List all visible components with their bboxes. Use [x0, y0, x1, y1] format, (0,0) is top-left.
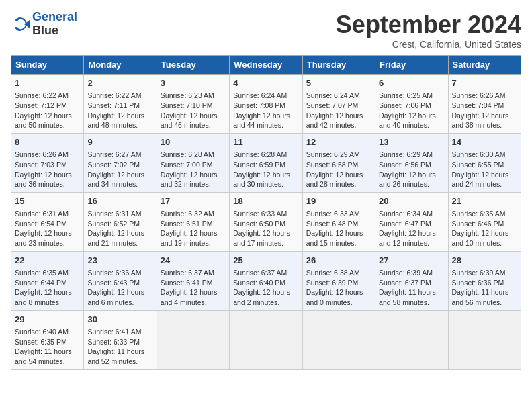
weekday-tuesday: Tuesday: [157, 56, 229, 75]
day-info: Daylight: 11 hours: [452, 287, 517, 298]
day-info: Sunset: 6:33 PM: [87, 337, 152, 347]
day-info: Sunrise: 6:23 AM: [161, 91, 226, 101]
day-info: Daylight: 12 hours: [161, 170, 226, 180]
day-info: Daylight: 11 hours: [379, 287, 444, 298]
day-info: Sunrise: 6:39 AM: [452, 268, 517, 278]
day-number: 29: [15, 314, 80, 326]
day-info: and 44 minutes.: [233, 120, 298, 130]
weekday-thursday: Thursday: [302, 56, 375, 75]
day-info: Sunrise: 6:33 AM: [306, 209, 371, 219]
day-number: 8: [15, 136, 80, 148]
day-info: and 23 minutes.: [15, 238, 80, 248]
day-info: Daylight: 12 hours: [452, 228, 517, 238]
calendar-cell: 1Sunrise: 6:22 AMSunset: 7:12 PMDaylight…: [11, 75, 84, 134]
day-info: Daylight: 12 hours: [306, 170, 371, 180]
day-info: and 6 minutes.: [87, 298, 152, 308]
day-info: Sunrise: 6:27 AM: [87, 150, 152, 160]
day-info: Sunrise: 6:37 AM: [233, 268, 298, 278]
calendar-cell: 23Sunrise: 6:36 AMSunset: 6:43 PMDayligh…: [84, 251, 157, 310]
day-number: 20: [379, 195, 444, 208]
day-info: Sunrise: 6:41 AM: [87, 327, 152, 337]
day-number: 14: [452, 136, 517, 148]
day-info: and 19 minutes.: [161, 238, 226, 248]
day-info: Daylight: 12 hours: [306, 287, 371, 298]
day-info: and 24 minutes.: [452, 179, 517, 189]
day-info: Daylight: 12 hours: [87, 287, 152, 298]
day-number: 6: [379, 77, 444, 89]
day-info: Sunset: 7:07 PM: [306, 101, 371, 111]
day-number: 10: [161, 136, 226, 148]
calendar-cell: [230, 310, 302, 369]
calendar-cell: 2Sunrise: 6:22 AMSunset: 7:11 PMDaylight…: [84, 75, 157, 134]
calendar-cell: [375, 310, 448, 369]
day-number: 28: [452, 255, 517, 267]
day-info: Daylight: 12 hours: [452, 111, 517, 121]
day-info: Sunset: 6:56 PM: [379, 160, 444, 170]
calendar-cell: 14Sunrise: 6:30 AMSunset: 6:55 PMDayligh…: [448, 133, 521, 192]
calendar-cell: 20Sunrise: 6:34 AMSunset: 6:47 PMDayligh…: [375, 192, 448, 251]
day-number: 17: [161, 195, 226, 208]
day-info: Sunset: 7:10 PM: [161, 101, 226, 111]
day-info: and 2 minutes.: [233, 298, 298, 308]
calendar-cell: 29Sunrise: 6:40 AMSunset: 6:35 PMDayligh…: [11, 310, 84, 369]
weekday-friday: Friday: [375, 56, 448, 75]
calendar-body: 1Sunrise: 6:22 AMSunset: 7:12 PMDaylight…: [11, 75, 521, 370]
day-info: Daylight: 12 hours: [161, 111, 226, 121]
day-info: Daylight: 12 hours: [87, 228, 152, 238]
calendar-week-2: 8Sunrise: 6:26 AMSunset: 7:03 PMDaylight…: [11, 133, 521, 192]
day-info: Sunset: 6:44 PM: [15, 278, 80, 288]
day-info: Sunrise: 6:40 AM: [15, 327, 80, 337]
day-info: Sunset: 7:08 PM: [233, 101, 298, 111]
day-info: Daylight: 11 hours: [15, 347, 80, 357]
day-info: Sunrise: 6:29 AM: [379, 150, 444, 160]
day-info: and 42 minutes.: [306, 120, 371, 130]
day-info: and 32 minutes.: [161, 179, 226, 189]
day-number: 26: [306, 255, 371, 267]
day-info: Sunrise: 6:30 AM: [452, 150, 517, 160]
day-info: Sunset: 6:47 PM: [379, 219, 444, 229]
day-number: 5: [306, 77, 371, 89]
day-info: Sunrise: 6:38 AM: [306, 268, 371, 278]
day-info: Sunset: 6:46 PM: [452, 219, 517, 229]
day-info: Sunset: 7:00 PM: [161, 160, 226, 170]
day-info: and 54 minutes.: [15, 357, 80, 367]
calendar-cell: 12Sunrise: 6:29 AMSunset: 6:58 PMDayligh…: [302, 133, 375, 192]
day-info: Daylight: 12 hours: [15, 111, 80, 121]
day-info: and 48 minutes.: [87, 120, 152, 130]
day-info: and 56 minutes.: [452, 298, 517, 308]
day-number: 1: [15, 77, 80, 89]
day-number: 2: [87, 77, 152, 89]
day-info: Sunset: 6:50 PM: [233, 219, 298, 229]
day-info: Sunset: 6:52 PM: [87, 219, 152, 229]
day-info: Daylight: 12 hours: [161, 287, 226, 298]
day-info: Sunrise: 6:28 AM: [161, 150, 226, 160]
day-info: Sunset: 7:06 PM: [379, 101, 444, 111]
day-number: 7: [452, 77, 517, 89]
day-info: and 30 minutes.: [233, 179, 298, 189]
day-number: 9: [87, 136, 152, 148]
day-info: Sunrise: 6:37 AM: [161, 268, 226, 278]
day-info: Sunset: 7:02 PM: [87, 160, 152, 170]
day-info: and 34 minutes.: [87, 179, 152, 189]
day-info: Sunset: 6:43 PM: [87, 278, 152, 288]
day-number: 25: [233, 255, 298, 267]
title-area: September 2024 Crest, California, United…: [336, 11, 521, 50]
day-info: Sunset: 6:39 PM: [306, 278, 371, 288]
calendar-cell: 13Sunrise: 6:29 AMSunset: 6:56 PMDayligh…: [375, 133, 448, 192]
calendar-cell: 22Sunrise: 6:35 AMSunset: 6:44 PMDayligh…: [11, 251, 84, 310]
day-number: 24: [161, 255, 226, 267]
day-info: Sunrise: 6:34 AM: [379, 209, 444, 219]
logo: GeneralBlue: [11, 11, 77, 38]
day-info: Daylight: 12 hours: [379, 228, 444, 238]
weekday-monday: Monday: [84, 56, 157, 75]
day-info: Sunrise: 6:31 AM: [87, 209, 152, 219]
day-info: and 58 minutes.: [379, 298, 444, 308]
day-info: Sunset: 6:37 PM: [379, 278, 444, 288]
calendar-cell: 6Sunrise: 6:25 AMSunset: 7:06 PMDaylight…: [375, 75, 448, 134]
day-info: Sunset: 6:36 PM: [452, 278, 517, 288]
calendar-cell: 7Sunrise: 6:26 AMSunset: 7:04 PMDaylight…: [448, 75, 521, 134]
day-info: Sunrise: 6:32 AM: [161, 209, 226, 219]
day-info: Sunrise: 6:25 AM: [379, 91, 444, 101]
day-info: Daylight: 12 hours: [87, 170, 152, 180]
day-info: Sunrise: 6:39 AM: [379, 268, 444, 278]
